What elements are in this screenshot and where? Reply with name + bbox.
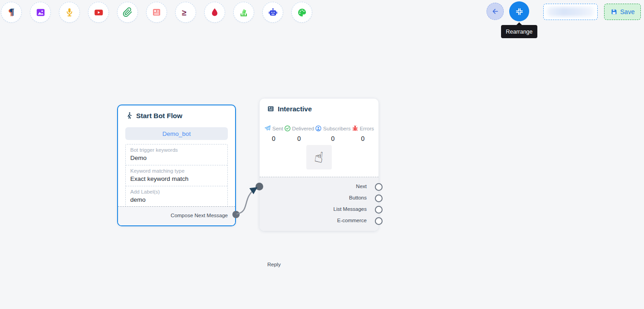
save-button[interactable]: Save — [604, 4, 641, 20]
interactive-node[interactable]: Interactive Sent 0 — [260, 99, 379, 231]
field-bot-trigger-keywords[interactable]: Bot trigger keywords Demo — [126, 145, 227, 165]
svg-text:¶: ¶ — [9, 7, 15, 17]
interactive-ports-section: Reply Next Buttons List Messages E-comme… — [260, 177, 379, 231]
save-button-label: Save — [620, 8, 635, 15]
toolbar-button-file[interactable] — [117, 2, 138, 23]
floppy-disk-icon — [610, 8, 618, 15]
newspaper-icon — [267, 105, 275, 113]
droplet-icon — [210, 7, 220, 17]
compose-output-port[interactable] — [232, 211, 240, 218]
greater-equal-icon: ≥ — [180, 7, 191, 18]
stat-value: 0 — [272, 135, 275, 142]
stat-label: Subscribers — [323, 126, 351, 131]
stat-label: Sent — [272, 126, 283, 131]
stat-sent: Sent 0 — [264, 125, 283, 142]
flow-name-field[interactable] — [543, 4, 598, 20]
start-bot-flow-node[interactable]: Start Bot Flow Demo_bot Bot trigger keyw… — [117, 105, 236, 226]
field-value: Demo — [130, 154, 223, 161]
back-button[interactable] — [487, 3, 504, 20]
arrow-left-icon — [491, 7, 500, 16]
field-label: Bot trigger keywords — [130, 147, 223, 153]
start-node-footer: Compose Next Message — [118, 206, 235, 225]
paper-plane-icon — [264, 125, 271, 132]
tooltip-text: Rearrange — [506, 29, 532, 35]
ecommerce-output-port[interactable] — [375, 217, 383, 225]
stat-value: 0 — [297, 135, 301, 142]
reply-input-port[interactable] — [256, 183, 263, 190]
stat-subscribers: Subscribers 0 — [315, 125, 351, 142]
buttons-output-port[interactable] — [375, 194, 383, 202]
toolbar-button-audio[interactable] — [59, 2, 80, 23]
toolbar-button-bot[interactable] — [262, 2, 283, 23]
interactive-node-title: Interactive — [278, 105, 312, 113]
stat-label: Errors — [360, 126, 374, 131]
toolbar-button-drip[interactable] — [204, 2, 225, 23]
toolbar-button-template[interactable] — [146, 2, 167, 23]
toolbar-button-image[interactable] — [30, 2, 51, 23]
palette-icon — [297, 7, 307, 18]
stat-value: 0 — [331, 135, 335, 142]
image-icon — [35, 7, 46, 18]
compose-next-message-label: Compose Next Message — [171, 213, 228, 218]
stat-value: 0 — [361, 135, 364, 142]
list-messages-output-port[interactable] — [375, 206, 383, 214]
bot-name-button[interactable]: Demo_bot — [125, 127, 228, 140]
output-label-next: Next — [356, 184, 367, 189]
stat-label: Delivered — [292, 126, 315, 131]
paperclip-icon — [123, 7, 133, 17]
robot-icon — [268, 7, 278, 18]
interactive-node-header: Interactive — [267, 105, 312, 113]
toolbar-button-video[interactable] — [88, 2, 109, 23]
walking-person-icon — [125, 112, 133, 120]
hand-cursor: ☝ — [306, 145, 332, 169]
output-label-buttons: Buttons — [349, 195, 367, 200]
blurred-content — [547, 7, 594, 16]
bug-icon — [352, 125, 359, 132]
output-label-list-messages: List Messages — [333, 206, 367, 212]
toolbar-button-theme[interactable] — [291, 2, 312, 23]
newspaper-icon — [152, 7, 162, 17]
stat-errors: Errors 0 — [352, 125, 374, 142]
field-label: Add Label(s) — [130, 189, 223, 194]
check-circle-icon — [284, 125, 291, 132]
start-node-header: Start Bot Flow — [125, 112, 182, 120]
toolbar-button-condition[interactable]: ≥ — [175, 2, 196, 23]
user-circle-icon — [315, 125, 322, 132]
video-play-icon — [93, 7, 104, 18]
field-add-labels[interactable]: Add Label(s) demo — [126, 186, 227, 207]
rearrange-button[interactable] — [509, 1, 529, 21]
compress-icon — [515, 7, 524, 16]
flow-canvas[interactable]: ¶ ¶ — [0, 0, 644, 309]
stat-delivered: Delivered 0 — [284, 125, 315, 142]
next-output-port[interactable] — [375, 183, 383, 191]
microphone-icon — [64, 7, 74, 17]
interactive-stats: Sent 0 Delivered 0 — [264, 125, 374, 142]
toolbar-button-text[interactable]: ¶ ¶ — [1, 2, 22, 23]
stack-icon — [239, 7, 249, 17]
field-label: Keyword matching type — [130, 168, 223, 174]
reply-input-label: Reply — [267, 262, 280, 267]
toolbar-button-sequence[interactable] — [233, 2, 254, 23]
field-value: demo — [130, 196, 223, 203]
svg-text:≥: ≥ — [182, 8, 187, 17]
field-value: Exact keyword match — [130, 175, 223, 182]
start-node-fields: Bot trigger keywords Demo Keyword matchi… — [125, 144, 228, 207]
field-keyword-matching-type[interactable]: Keyword matching type Exact keyword matc… — [126, 165, 227, 186]
rearrange-tooltip: Rearrange — [501, 25, 537, 38]
start-node-title: Start Bot Flow — [136, 112, 182, 120]
output-label-ecommerce: E-commerce — [337, 218, 367, 223]
pilcrow-icon: ¶ ¶ — [6, 7, 17, 18]
